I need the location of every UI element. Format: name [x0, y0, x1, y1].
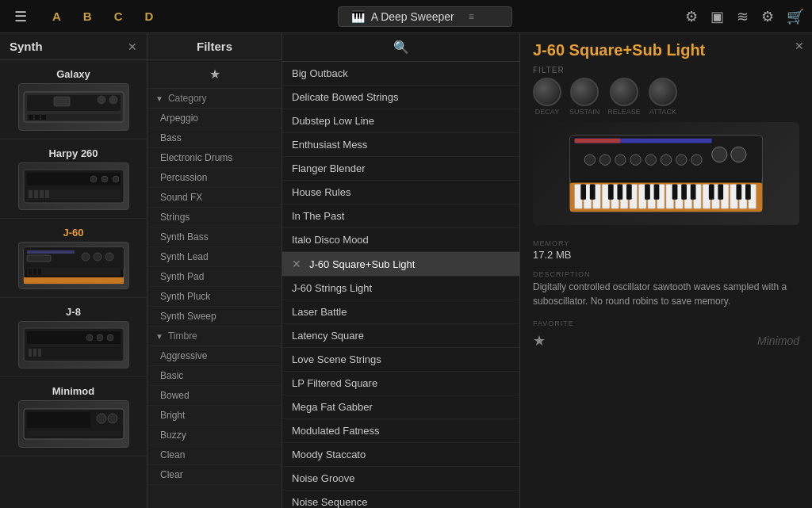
detail-title: J-60 Square+Sub Light — [533, 41, 799, 59]
synth-item-j60[interactable]: J-60 — [0, 219, 147, 298]
preset-item-love-scene[interactable]: Love Scene Strings — [282, 348, 519, 372]
filter-item-clean[interactable]: Clean — [147, 445, 282, 465]
tab-d[interactable]: D — [134, 6, 165, 26]
synth-item-j8[interactable]: J-8 — [0, 298, 147, 377]
search-icon[interactable]: 🔍 — [393, 40, 409, 55]
filter-item-basic[interactable]: Basic — [147, 366, 282, 386]
svg-rect-28 — [29, 269, 32, 275]
svg-point-36 — [107, 334, 113, 341]
filter-item-bright[interactable]: Bright — [147, 406, 282, 426]
knob-release-control[interactable] — [610, 78, 638, 106]
tab-b[interactable]: B — [72, 6, 103, 26]
synth-image-minimod — [18, 400, 129, 448]
tab-a[interactable]: A — [41, 6, 72, 26]
svg-rect-38 — [33, 349, 36, 357]
knob-decay-control[interactable] — [533, 78, 561, 106]
svg-rect-92 — [736, 184, 741, 199]
svg-rect-89 — [691, 184, 696, 199]
filter-timbre-header[interactable]: ▼ Timbre — [147, 327, 282, 346]
preset-item-noise-groove[interactable]: Noise Groove — [282, 467, 519, 491]
filter-item-electronic-drums[interactable]: Electronic Drums — [147, 148, 282, 168]
synth-list: Galaxy Harpy 260 — [0, 60, 147, 508]
description-label: DESCRIPTION — [533, 270, 799, 278]
preset-item-italo[interactable]: Italo Disco Mood — [282, 228, 519, 252]
preset-item-in-the-past[interactable]: In The Past — [282, 204, 519, 228]
filter-category-header[interactable]: ▼ Category — [147, 89, 282, 109]
preset-item-dubstep[interactable]: Dubstep Low Line — [282, 109, 519, 133]
favorite-star-icon[interactable]: ★ — [533, 332, 546, 349]
preset-item-delicate-bowed[interactable]: Delicate Bowed Strings — [282, 86, 519, 109]
filters-header: Filters — [147, 33, 282, 60]
filter-item-sound-fx[interactable]: Sound FX — [147, 188, 282, 208]
svg-point-17 — [102, 176, 108, 182]
svg-point-42 — [97, 414, 106, 423]
preset-name-box[interactable]: 🎹 A Deep Sweeper ≡ — [338, 6, 512, 27]
svg-point-57 — [712, 147, 727, 162]
mixer-icon[interactable]: ≋ — [737, 8, 749, 25]
svg-rect-81 — [590, 184, 596, 199]
svg-rect-85 — [645, 184, 650, 199]
filter-item-buzzy[interactable]: Buzzy — [147, 426, 282, 445]
cart-icon[interactable]: 🛒 — [787, 8, 804, 25]
star-filter-icon[interactable]: ★ — [209, 67, 220, 82]
filter-item-arpeggio[interactable]: Arpeggio — [147, 109, 282, 128]
knob-sustain-control[interactable] — [570, 78, 599, 106]
knob-attack-control[interactable] — [649, 78, 677, 106]
synth-panel: Synth ✕ Galaxy — [0, 33, 147, 508]
svg-point-50 — [599, 155, 610, 165]
svg-rect-4 — [35, 115, 40, 120]
preset-item-moody[interactable]: Moody Staccato — [282, 443, 519, 467]
svg-rect-30 — [38, 269, 41, 275]
detail-close-icon[interactable]: ✕ — [795, 40, 804, 52]
svg-rect-5 — [41, 115, 46, 120]
preset-item-j60-square[interactable]: ✕ J-60 Square+Sub Light — [282, 252, 519, 277]
eq-icon[interactable]: ⚙ — [685, 8, 698, 25]
top-bar: ☰ A B C D 🎹 A Deep Sweeper ≡ ⚙ ▣ ≋ ⚙ 🛒 — [0, 0, 812, 33]
filter-item-synth-pluck[interactable]: Synth Pluck — [147, 287, 282, 307]
svg-point-26 — [105, 253, 113, 261]
synth-item-minimod[interactable]: Minimod — [0, 377, 147, 456]
svg-rect-3 — [29, 115, 33, 120]
filter-item-synth-bass[interactable]: Synth Bass — [147, 227, 282, 247]
filter-item-aggressive[interactable]: Aggressive — [147, 346, 282, 366]
filter-item-clear[interactable]: Clear — [147, 465, 282, 485]
filter-item-synth-lead[interactable]: Synth Lead — [147, 247, 282, 267]
svg-rect-80 — [580, 184, 586, 199]
svg-rect-83 — [617, 184, 622, 199]
svg-point-54 — [661, 155, 671, 165]
top-bar-left: ☰ A B C D — [8, 5, 164, 29]
filter-item-synth-pad[interactable]: Synth Pad — [147, 267, 282, 287]
preset-item-mega-fat[interactable]: Mega Fat Gabber — [282, 395, 519, 419]
synth-close-icon[interactable]: ✕ — [128, 40, 137, 53]
filter-item-bowed[interactable]: Bowed — [147, 386, 282, 406]
preset-item-big-outback[interactable]: Big Outback — [282, 62, 519, 86]
tab-c[interactable]: C — [103, 6, 134, 26]
synth-item-harpy[interactable]: Harpy 260 — [0, 139, 147, 219]
preset-item-enthusiast[interactable]: Enthusiast Mess — [282, 133, 519, 157]
preset-item-house-rules[interactable]: House Rules — [282, 181, 519, 204]
knob-decay-label: DECAY — [535, 108, 559, 116]
preset-item-laser[interactable]: Laser Battle — [282, 300, 519, 324]
svg-rect-37 — [29, 349, 32, 357]
filter-item-strings[interactable]: Strings — [147, 208, 282, 227]
preset-menu-icon: ≡ — [469, 11, 474, 22]
preset-item-latency[interactable]: Latency Square — [282, 324, 519, 348]
favorite-label: FAVORITE — [533, 319, 799, 327]
hamburger-icon[interactable]: ☰ — [8, 5, 33, 29]
filter-item-bass[interactable]: Bass — [147, 128, 282, 148]
preset-item-noise-sequence[interactable]: Noise Sequence — [282, 491, 519, 508]
preset-item-j60-strings[interactable]: J-60 Strings Light — [282, 277, 519, 300]
preset-item-modulated[interactable]: Modulated Fatness — [282, 419, 519, 443]
display-icon[interactable]: ▣ — [710, 8, 724, 25]
synth-item-galaxy[interactable]: Galaxy — [0, 60, 147, 139]
svg-rect-88 — [681, 184, 687, 199]
filter-item-percussion[interactable]: Percussion — [147, 168, 282, 188]
preset-item-lp-filtered[interactable]: LP Filtered Square — [282, 372, 519, 395]
svg-rect-82 — [608, 184, 614, 199]
svg-rect-13 — [34, 190, 38, 198]
settings-icon[interactable]: ⚙ — [761, 8, 774, 25]
filter-item-synth-sweep[interactable]: Synth Sweep — [147, 307, 282, 327]
preset-item-flanger[interactable]: Flanger Blender — [282, 157, 519, 181]
knob-attack: ATTACK — [649, 78, 677, 116]
svg-point-58 — [731, 147, 746, 162]
